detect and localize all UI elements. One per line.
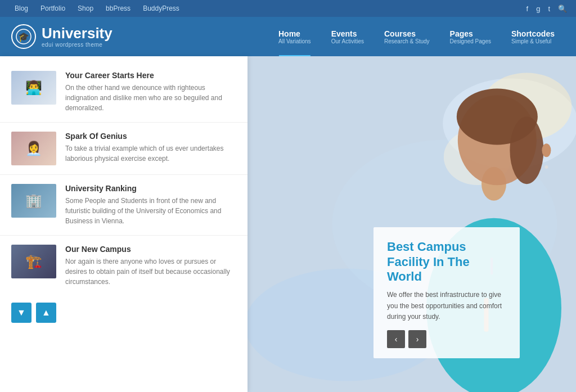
googleplus-icon[interactable]: g xyxy=(536,4,540,13)
news-thumb-4: 🏗️ xyxy=(11,245,56,278)
facebook-icon[interactable]: f xyxy=(526,4,529,13)
topbar-blog[interactable]: Blog xyxy=(9,0,34,17)
hero-background: Best Campus Facility In The World We off… xyxy=(248,56,576,392)
nav-events[interactable]: Events Our Activities xyxy=(321,29,374,44)
nav-events-label: Events xyxy=(331,29,364,38)
news-thumb-3: 🏢 xyxy=(11,184,56,218)
topbar-buddypress[interactable]: BuddyPress xyxy=(137,0,185,17)
news-item-2[interactable]: 👩‍💼 Spark Of Genius To take a trivial ex… xyxy=(0,123,248,175)
main-nav: Home All Variations Events Our Activitie… xyxy=(124,29,565,44)
news-item-3[interactable]: 🏢 University Ranking Some People and Stu… xyxy=(0,175,248,236)
nav-home-sub: All Variations xyxy=(278,38,311,44)
news-content-1: Your Career Starts Here On the other han… xyxy=(65,71,236,113)
topbar-bbpress[interactable]: bbPress xyxy=(100,0,136,17)
logo-sub: edui wordpress theme xyxy=(42,42,112,48)
hero-next-button[interactable]: › xyxy=(408,330,426,348)
news-desc-1: On the other hand we denounce with right… xyxy=(65,83,236,113)
svg-point-12 xyxy=(510,116,543,184)
svg-text:🎓: 🎓 xyxy=(18,31,29,42)
logo-text: University edui wordpress theme xyxy=(42,25,112,48)
news-title-4: Our New Campus xyxy=(65,245,236,254)
logo-name: University xyxy=(42,25,112,42)
thumb-img-4: 🏗️ xyxy=(11,245,56,278)
topbar-portfolio[interactable]: Portfolio xyxy=(35,0,71,17)
news-desc-2: To take a trivial example which of us ev… xyxy=(65,143,236,164)
hero-prev-button[interactable]: ‹ xyxy=(387,330,405,348)
top-bar: Blog Portfolio Shop bbPress BuddyPress f… xyxy=(0,0,576,17)
scroll-up-button[interactable]: ▲ xyxy=(36,303,56,323)
hero-card-desc: We offer the best infrastructure to give… xyxy=(387,290,506,322)
top-bar-social: f g t 🔍 xyxy=(526,4,567,13)
nav-shortcodes[interactable]: Shortcodes Simple & Useful xyxy=(501,29,565,44)
news-item-1[interactable]: 👨‍💻 Your Career Starts Here On the other… xyxy=(0,62,248,123)
nav-shortcodes-sub: Simple & Useful xyxy=(511,38,555,44)
news-title-3: University Ranking xyxy=(65,184,236,193)
logo-icon: 🎓 xyxy=(11,24,36,49)
nav-courses-sub: Research & Study xyxy=(384,38,430,44)
svg-point-14 xyxy=(544,165,548,169)
left-panel: 👨‍💻 Your Career Starts Here On the other… xyxy=(0,56,248,392)
thumb-img-2: 👩‍💼 xyxy=(11,132,56,165)
news-desc-4: Nor again is there anyone who loves or p… xyxy=(65,256,236,287)
nav-home-label: Home xyxy=(278,29,311,38)
news-thumb-1: 👨‍💻 xyxy=(11,71,56,105)
news-content-2: Spark Of Genius To take a trivial exampl… xyxy=(65,132,236,164)
nav-courses-label: Courses xyxy=(384,29,430,38)
news-thumb-2: 👩‍💼 xyxy=(11,132,56,165)
top-bar-nav: Blog Portfolio Shop bbPress BuddyPress xyxy=(9,0,185,17)
search-icon[interactable]: 🔍 xyxy=(558,4,567,13)
right-hero: Best Campus Facility In The World We off… xyxy=(248,56,576,392)
thumb-img-3: 🏢 xyxy=(11,184,56,218)
svg-point-13 xyxy=(542,143,551,157)
scroll-down-button[interactable]: ▼ xyxy=(11,303,32,323)
thumb-img-1: 👨‍💻 xyxy=(11,71,56,105)
nav-courses[interactable]: Courses Research & Study xyxy=(374,29,440,44)
topbar-shop[interactable]: Shop xyxy=(72,0,99,17)
news-item-4[interactable]: 🏗️ Our New Campus Nor again is there any… xyxy=(0,236,248,296)
nav-home[interactable]: Home All Variations xyxy=(268,29,321,44)
nav-pages[interactable]: Pages Designed Pages xyxy=(440,29,501,44)
news-title-2: Spark Of Genius xyxy=(65,132,236,141)
news-content-3: University Ranking Some People and Stude… xyxy=(65,184,236,226)
hero-card-arrows: ‹ › xyxy=(387,330,506,348)
nav-pages-label: Pages xyxy=(450,29,491,38)
nav-shortcodes-label: Shortcodes xyxy=(511,29,555,38)
header: 🎓 University edui wordpress theme Home A… xyxy=(0,17,576,56)
panel-arrows: ▼ ▲ xyxy=(0,296,248,332)
news-content-4: Our New Campus Nor again is there anyone… xyxy=(65,245,236,287)
content-area: 👨‍💻 Your Career Starts Here On the other… xyxy=(0,56,576,392)
hero-card: Best Campus Facility In The World We off… xyxy=(374,227,520,358)
twitter-icon[interactable]: t xyxy=(548,4,550,13)
nav-events-sub: Our Activities xyxy=(331,38,364,44)
news-list: 👨‍💻 Your Career Starts Here On the other… xyxy=(0,62,248,296)
nav-pages-sub: Designed Pages xyxy=(450,38,491,44)
news-desc-3: Some People and Students in front of the… xyxy=(65,196,236,226)
logo[interactable]: 🎓 University edui wordpress theme xyxy=(11,24,124,49)
hero-card-title: Best Campus Facility In The World xyxy=(387,240,506,284)
news-title-1: Your Career Starts Here xyxy=(65,71,236,80)
